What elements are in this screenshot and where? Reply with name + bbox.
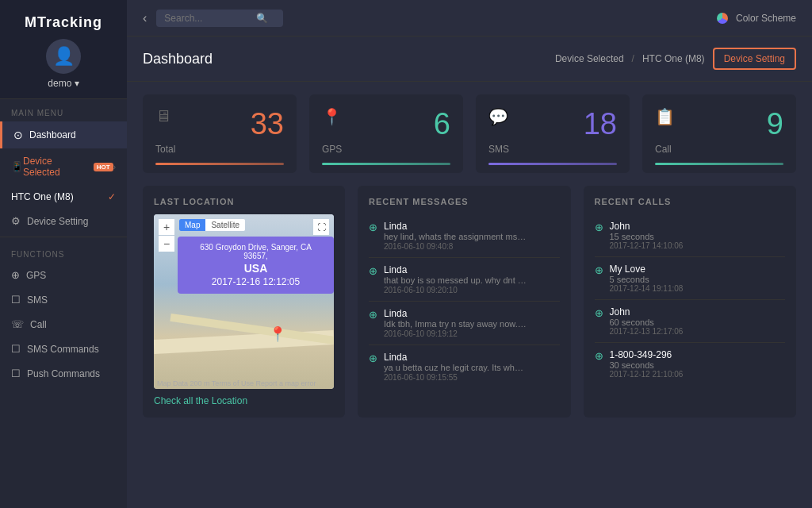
sms-commands-icon: ☐	[11, 343, 21, 355]
main-area: ‹ 🔍 Color Scheme Dashboard Device Select…	[127, 0, 812, 508]
device-selected-label: Device Selected	[23, 156, 90, 178]
gear-icon: ⚙	[11, 215, 21, 227]
sidebar-device-name[interactable]: HTC One (M8) ✓	[0, 185, 127, 209]
stat-label-total: Total	[155, 144, 284, 155]
stat-value-total: 33	[251, 109, 284, 139]
contact-icon: ⊕	[369, 221, 377, 233]
avatar: 👤	[46, 39, 81, 74]
map-marker-icon: 📍	[269, 325, 286, 343]
map-popup-address: 630 Groydon Drive, Sanger, CA 93657,	[187, 243, 324, 260]
call-contact-name: John	[610, 306, 786, 318]
message-text: ya u betta cuz he legit cray. Its why he…	[384, 363, 527, 372]
message-time: 2016-06-10 09:40:8	[384, 242, 560, 251]
sidebar-item-sms[interactable]: ☐ SMS	[0, 287, 127, 312]
dashboard-icon: ⊙	[13, 129, 23, 141]
call-duration: 60 seconds	[610, 318, 786, 327]
message-content: Linda Idk tbh, Imma try n stay away now.…	[384, 308, 560, 338]
total-icon: 🖥	[155, 107, 171, 125]
stat-value-call: 9	[767, 109, 783, 139]
call-time: 2017-12-14 19:11:08	[610, 284, 786, 293]
message-item[interactable]: ⊕ Linda that boy is so messed up. why dn…	[369, 258, 560, 302]
sms-icon: ☐	[11, 294, 21, 306]
map-type-bar: Map Satellite	[179, 219, 245, 231]
sidebar: MTracking 👤 demo MAIN MENU ⊙ Dashboard 📱…	[0, 0, 127, 508]
map-zoom-out-button[interactable]: −	[159, 236, 174, 252]
back-button[interactable]: ‹	[143, 11, 147, 25]
sidebar-item-dashboard-label: Dashboard	[29, 129, 76, 140]
map-zoom-controls: + −	[159, 219, 174, 252]
contact-icon: ⊕	[595, 221, 603, 233]
map-zoom-in-button[interactable]: +	[159, 219, 174, 235]
message-time: 2016-06-10 09:15:55	[384, 373, 560, 382]
message-time: 2016-06-10 09:19:12	[384, 329, 560, 338]
stat-bar-gps	[322, 163, 450, 165]
sidebar-item-push-commands[interactable]: ☐ Push Commands	[0, 361, 127, 386]
message-item[interactable]: ⊕ Linda hey lind, whats the assignment m…	[369, 214, 560, 258]
call-content: John 60 seconds 2017-12-13 12:17:06	[610, 306, 786, 336]
device-name-label: HTC One (M8)	[11, 191, 74, 202]
contact-icon: ⊕	[369, 309, 377, 321]
chevron-right-icon: ›	[113, 163, 116, 171]
breadcrumb-device-name: HTC One (M8)	[642, 53, 705, 64]
page-title: Dashboard	[143, 51, 213, 67]
call-stat-icon: 📋	[655, 107, 675, 126]
sidebar-item-call[interactable]: ☏ Call	[0, 312, 127, 337]
map-popup-datetime: 2017-12-16 12:12:05	[187, 276, 324, 287]
sidebar-item-gps[interactable]: ⊕ GPS	[0, 263, 127, 287]
call-content: John 15 seconds 2017-12-17 14:10:06	[610, 221, 786, 250]
call-contact-name: My Love	[610, 264, 786, 275]
message-item[interactable]: ⊕ Linda Idk tbh, Imma try n stay away no…	[369, 302, 560, 345]
stats-row: 🖥 33 Total 📍 6 GPS 💬 18 SMS	[127, 82, 812, 186]
panels-row: LAST LOCATION + − Map Satellite	[127, 186, 812, 430]
topbar: ‹ 🔍 Color Scheme	[127, 0, 812, 37]
checkmark-icon: ✓	[108, 191, 116, 202]
gps-stat-icon: 📍	[322, 107, 342, 126]
sidebar-header: MTracking 👤 demo	[0, 0, 127, 99]
map-type-map-button[interactable]: Map	[179, 219, 205, 231]
stat-bar-total	[155, 163, 284, 165]
call-time: 2017-12-12 21:10:06	[610, 370, 786, 379]
sidebar-device-setting-label: Device Setting	[27, 216, 88, 227]
call-item[interactable]: ⊕ My Love 5 seconds 2017-12-14 19:11:08	[595, 257, 786, 300]
breadcrumb-separator: /	[632, 53, 634, 64]
map-popup-country: USA	[187, 262, 324, 275]
message-time: 2016-06-10 09:20:10	[384, 286, 560, 294]
gps-icon: ⊕	[11, 269, 20, 281]
sidebar-item-device-selected[interactable]: 📱 Device Selected HOT ›	[0, 148, 127, 185]
call-item[interactable]: ⊕ John 60 seconds 2017-12-13 12:17:06	[595, 300, 786, 343]
map-type-satellite-button[interactable]: Satellite	[205, 219, 245, 231]
search-input[interactable]	[164, 13, 251, 24]
device-setting-button[interactable]: Device Setting	[713, 48, 796, 70]
username[interactable]: demo	[48, 78, 79, 89]
message-content: Linda ya u betta cuz he legit cray. Its …	[384, 352, 560, 382]
message-text: Idk tbh, Imma try n stay away now. Ive h…	[384, 319, 527, 329]
contact-icon: ⊕	[369, 352, 377, 364]
message-sender: Linda	[384, 352, 560, 363]
sidebar-sms-commands-label: SMS Commands	[27, 344, 99, 355]
contact-icon: ⊕	[595, 350, 603, 362]
call-item[interactable]: ⊕ 1-800-349-296 30 seconds 2017-12-12 21…	[595, 343, 786, 385]
search-icon: 🔍	[256, 13, 268, 24]
push-commands-icon: ☐	[11, 368, 21, 379]
map-popup: 630 Groydon Drive, Sanger, CA 93657, USA…	[178, 237, 334, 294]
call-item[interactable]: ⊕ John 15 seconds 2017-12-17 14:10:06	[595, 214, 786, 257]
sidebar-item-device-setting[interactable]: ⚙ Device Setting	[0, 209, 127, 233]
map-container[interactable]: + − Map Satellite ⛶ 630 Groydon Drive, S…	[154, 214, 334, 389]
message-content: Linda that boy is so messed up. why dnt …	[384, 264, 560, 294]
color-scheme-control[interactable]: Color Scheme	[717, 13, 796, 24]
call-time: 2017-12-13 12:17:06	[610, 327, 786, 336]
map-fullscreen-button[interactable]: ⛶	[313, 219, 329, 235]
dashboard-header: Dashboard Device Selected / HTC One (M8)…	[127, 37, 812, 82]
contact-icon: ⊕	[595, 307, 603, 319]
device-selected-icon: 📱	[11, 161, 23, 172]
stat-card-total: 🖥 33 Total	[143, 94, 297, 173]
dashboard-header-right: Device Selected / HTC One (M8) Device Se…	[555, 48, 796, 70]
stat-label-gps: GPS	[322, 144, 450, 155]
sidebar-item-sms-commands[interactable]: ☐ SMS Commands	[0, 337, 127, 361]
check-location-link[interactable]: Check all the Location	[154, 395, 334, 406]
call-duration: 15 seconds	[610, 232, 786, 241]
stat-card-sms: 💬 18 SMS	[476, 94, 630, 173]
sidebar-gps-label: GPS	[26, 270, 46, 281]
message-item[interactable]: ⊕ Linda ya u betta cuz he legit cray. It…	[369, 345, 560, 388]
sidebar-item-dashboard[interactable]: ⊙ Dashboard	[0, 121, 127, 148]
